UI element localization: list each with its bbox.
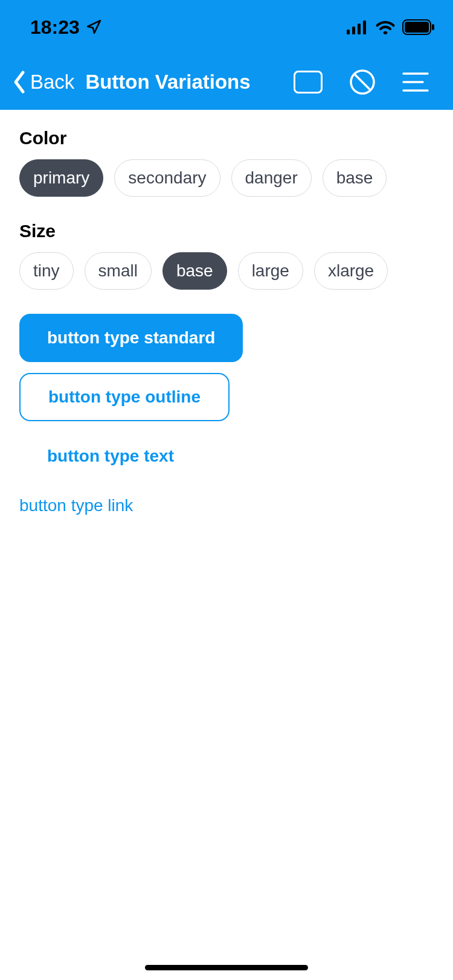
svg-rect-2	[352, 27, 355, 34]
size-section-label: Size	[19, 221, 434, 241]
wifi-icon	[376, 20, 395, 34]
color-option-secondary[interactable]: secondary	[114, 159, 220, 197]
status-left: 18:23	[30, 16, 101, 39]
chevron-left-icon	[12, 70, 27, 94]
size-option-xlarge[interactable]: xlarge	[314, 252, 388, 290]
color-pill-row: primary secondary danger base	[19, 159, 434, 197]
button-type-standard[interactable]: button type standard	[19, 314, 243, 362]
color-section-label: Color	[19, 128, 434, 148]
status-right	[347, 19, 435, 35]
color-option-base[interactable]: base	[323, 159, 387, 197]
page-title: Button Variations	[85, 71, 250, 94]
svg-rect-4	[363, 21, 366, 34]
button-type-outline[interactable]: button type outline	[19, 373, 230, 421]
location-icon	[86, 19, 101, 35]
demo-button-area: button type standard button type outline…	[19, 314, 434, 521]
color-option-danger[interactable]: danger	[231, 159, 312, 197]
button-type-text[interactable]: button type text	[19, 433, 202, 479]
cellular-icon	[347, 20, 368, 34]
svg-line-9	[355, 74, 371, 91]
size-option-large[interactable]: large	[238, 252, 303, 290]
status-time: 18:23	[30, 16, 80, 39]
menu-icon[interactable]	[402, 71, 429, 93]
button-type-link[interactable]: button type link	[19, 490, 133, 521]
color-option-primary[interactable]: primary	[19, 159, 103, 197]
nav-actions	[294, 69, 441, 95]
nav-bar: Back Button Variations	[0, 54, 453, 110]
rectangle-icon[interactable]	[294, 71, 323, 94]
prohibit-icon[interactable]	[349, 69, 376, 95]
svg-rect-7	[432, 24, 434, 30]
svg-rect-1	[347, 30, 350, 34]
svg-rect-3	[358, 24, 361, 34]
back-label: Back	[30, 71, 74, 94]
size-option-tiny[interactable]: tiny	[19, 252, 74, 290]
svg-marker-0	[88, 21, 100, 33]
size-option-base[interactable]: base	[162, 252, 227, 290]
svg-rect-6	[405, 22, 429, 33]
home-indicator[interactable]	[145, 965, 308, 970]
back-button[interactable]: Back	[12, 70, 74, 94]
size-pill-row: tiny small base large xlarge	[19, 252, 434, 290]
battery-icon	[402, 19, 435, 35]
status-bar: 18:23	[0, 0, 453, 54]
size-option-small[interactable]: small	[85, 252, 152, 290]
content-area: Color primary secondary danger base Size…	[0, 110, 453, 539]
